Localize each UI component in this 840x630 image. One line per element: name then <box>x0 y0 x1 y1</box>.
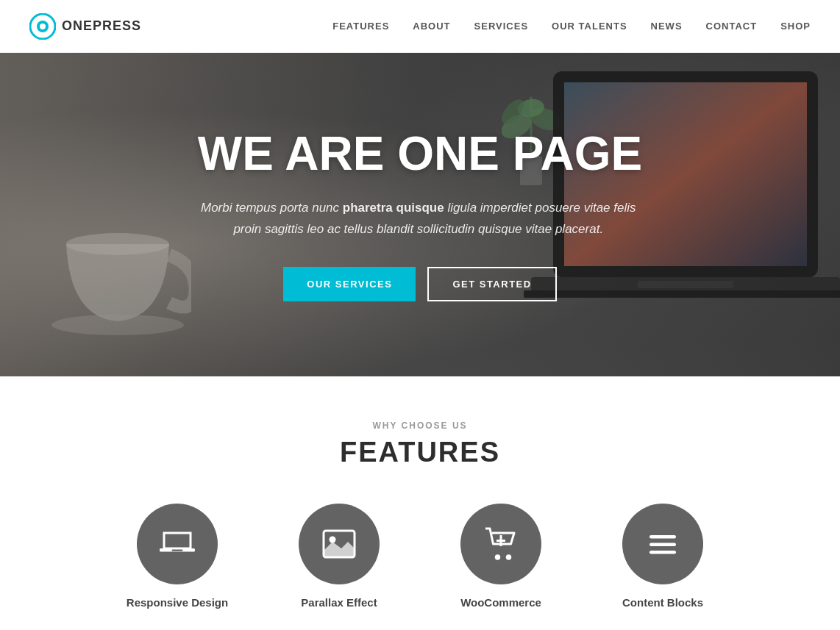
feature-icon-circle-2 <box>460 504 541 584</box>
svg-rect-23 <box>649 535 676 539</box>
hero-subtitle-start: Morbi tempus porta nunc <box>201 201 343 215</box>
feature-item-2: WooCommerce <box>442 504 560 609</box>
nav-item-features[interactable]: FEATURES <box>332 21 389 32</box>
feature-label-0: Responsive Design <box>127 596 228 609</box>
svg-point-22 <box>506 554 512 560</box>
hero-title: WE ARE ONE PAGE <box>198 128 643 179</box>
feature-item-0: Responsive Design <box>118 504 236 609</box>
feature-item-1: Parallax Effect <box>280 504 398 609</box>
hero-subtitle: Morbi tempus porta nunc pharetra quisque… <box>198 198 639 240</box>
feature-label-3: Content Blocks <box>622 596 703 609</box>
nav-item-our-talents[interactable]: OUR TALENTS <box>552 21 627 32</box>
features-grid: Responsive Design Parallax Effect WooCom… <box>29 504 811 609</box>
features-title: FEATURES <box>29 437 811 468</box>
nav-item-news[interactable]: NEWS <box>651 21 683 32</box>
logo-icon <box>29 13 56 40</box>
image-icon <box>321 526 357 562</box>
get-started-button[interactable]: GET STARTED <box>427 267 556 301</box>
hero-section: WE ARE ONE PAGE Morbi tempus porta nunc … <box>0 53 840 376</box>
hero-buttons: OUR SERVICES GET STARTED <box>198 267 643 301</box>
feature-label-1: Parallax Effect <box>301 596 377 609</box>
cart-icon <box>483 526 519 562</box>
hero-subtitle-bold: pharetra quisque <box>343 201 444 215</box>
svg-point-4 <box>51 315 184 335</box>
svg-point-2 <box>40 24 46 29</box>
nav-item-about[interactable]: ABOUT <box>413 21 450 32</box>
site-header: ONEPRESS FEATURESABOUTSERVICESOUR TALENT… <box>0 0 840 53</box>
feature-icon-circle-3 <box>622 504 703 584</box>
feature-icon-circle-0 <box>137 504 218 584</box>
hero-cup-illustration <box>44 200 191 347</box>
nav-item-shop[interactable]: SHOP <box>780 21 811 32</box>
nav-item-services[interactable]: SERVICES <box>474 21 529 32</box>
hero-content: WE ARE ONE PAGE Morbi tempus porta nunc … <box>183 128 658 301</box>
feature-item-3: Content Blocks <box>604 504 722 609</box>
feature-icon-circle-1 <box>299 504 380 584</box>
our-services-button[interactable]: OUR SERVICES <box>283 267 416 301</box>
svg-rect-18 <box>172 550 183 551</box>
svg-rect-24 <box>649 543 676 547</box>
main-nav: FEATURESABOUTSERVICESOUR TALENTSNEWSCONT… <box>332 21 811 32</box>
svg-point-21 <box>495 554 501 560</box>
features-section: WHY CHOOSE US FEATURES Responsive Design… <box>0 376 840 630</box>
laptop-icon <box>160 526 195 562</box>
menu-icon <box>645 526 680 562</box>
logo-text: ONEPRESS <box>62 18 141 34</box>
features-subtitle: WHY CHOOSE US <box>29 420 811 431</box>
logo[interactable]: ONEPRESS <box>29 13 141 40</box>
nav-item-contact[interactable]: CONTACT <box>706 21 758 32</box>
svg-rect-25 <box>649 551 676 554</box>
feature-label-2: WooCommerce <box>460 596 541 609</box>
